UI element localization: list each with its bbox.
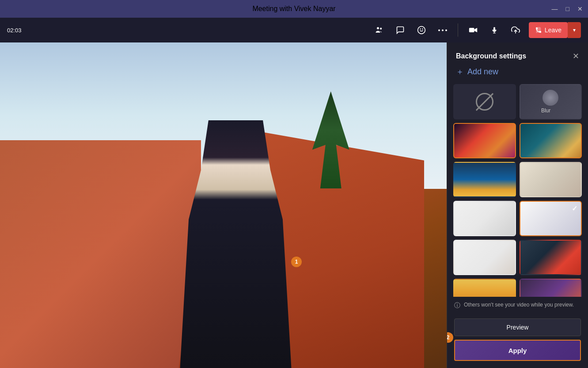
svg-point-0 xyxy=(377,27,379,29)
chat-icon xyxy=(396,26,405,34)
reactions-icon xyxy=(417,26,426,34)
mic-icon xyxy=(491,26,498,34)
info-bar: ⓘ Others won't see your video while you … xyxy=(447,297,588,314)
main-content: 1 Background settings ✕ ＋ Add new Blur xyxy=(0,42,588,368)
background-option-9[interactable] xyxy=(453,279,516,297)
more-icon xyxy=(438,29,447,31)
blur-label: Blur xyxy=(541,107,550,114)
chat-button[interactable] xyxy=(392,22,408,38)
add-new-button[interactable]: ＋ Add new xyxy=(447,66,588,84)
people-button[interactable] xyxy=(371,22,387,38)
leave-label: Leave xyxy=(545,27,561,34)
svg-marker-9 xyxy=(474,28,477,32)
panel-title: Background settings xyxy=(456,52,526,60)
panel-action-buttons: Preview Apply 2 xyxy=(447,314,588,368)
share-icon xyxy=(511,26,520,34)
background-settings-panel: Background settings ✕ ＋ Add new Blur xyxy=(447,42,588,368)
info-text: Others won't see your video while you pr… xyxy=(464,301,574,309)
video-area: 1 xyxy=(0,42,447,368)
background-option-6[interactable] xyxy=(520,201,582,236)
leave-phone-icon xyxy=(535,27,542,34)
window-title: Meeting with Vivek Nayyar xyxy=(252,5,335,13)
call-timer: 02:03 xyxy=(7,27,22,34)
background-option-8[interactable] xyxy=(520,240,582,275)
background-option-4[interactable] xyxy=(520,162,582,197)
background-option-5[interactable] xyxy=(453,201,516,236)
leave-button-group: Leave ▾ xyxy=(529,22,581,38)
preview-button[interactable]: Preview xyxy=(454,318,581,336)
no-background-icon xyxy=(476,93,493,111)
background-option-1[interactable] xyxy=(453,123,516,158)
apply-button[interactable]: Apply xyxy=(454,340,581,361)
add-new-label: Add new xyxy=(467,67,498,77)
video-icon xyxy=(469,27,478,34)
window-controls: — □ ✕ xyxy=(552,0,583,18)
mic-toggle-button[interactable] xyxy=(486,22,502,38)
panel-close-button[interactable]: ✕ xyxy=(573,51,579,61)
thumbnails-grid: Blur xyxy=(453,84,582,297)
video-toggle-button[interactable] xyxy=(465,22,481,38)
toolbar-right-controls: Leave ▾ xyxy=(371,22,581,38)
leave-chevron-button[interactable]: ▾ xyxy=(568,22,581,38)
video-background xyxy=(0,42,447,368)
toolbar: 02:03 xyxy=(0,18,588,42)
svg-rect-8 xyxy=(469,28,474,32)
blur-circle xyxy=(542,90,558,106)
toolbar-divider xyxy=(458,23,458,37)
thumbnails-scroll-area[interactable]: Blur xyxy=(447,84,588,297)
background-option-10[interactable] xyxy=(520,279,582,297)
svg-point-7 xyxy=(445,29,447,31)
share-screen-button[interactable] xyxy=(508,22,524,38)
minimize-button[interactable]: — xyxy=(552,5,558,12)
plus-icon: ＋ xyxy=(456,66,464,77)
leave-button[interactable]: Leave xyxy=(529,22,568,38)
more-options-button[interactable] xyxy=(435,22,451,38)
background-none-option[interactable] xyxy=(453,84,516,119)
svg-point-1 xyxy=(380,28,382,30)
people-icon xyxy=(375,26,383,34)
title-bar: Meeting with Vivek Nayyar — □ ✕ xyxy=(0,0,588,18)
maximize-button[interactable]: □ xyxy=(566,5,569,12)
panel-header: Background settings ✕ xyxy=(447,42,588,66)
svg-point-6 xyxy=(442,29,444,31)
svg-point-5 xyxy=(438,29,440,31)
brick-wall-left xyxy=(0,140,201,368)
background-option-3[interactable] xyxy=(453,162,516,197)
background-blur-option[interactable]: Blur xyxy=(520,84,582,119)
close-button[interactable]: ✕ xyxy=(577,5,583,12)
info-icon: ⓘ xyxy=(454,302,460,310)
badge-2: 2 xyxy=(447,332,453,343)
background-option-7[interactable] xyxy=(453,240,516,275)
badge-1: 1 xyxy=(291,257,302,267)
background-option-2[interactable] xyxy=(520,123,582,158)
svg-point-2 xyxy=(418,27,425,34)
reactions-button[interactable] xyxy=(413,22,429,38)
